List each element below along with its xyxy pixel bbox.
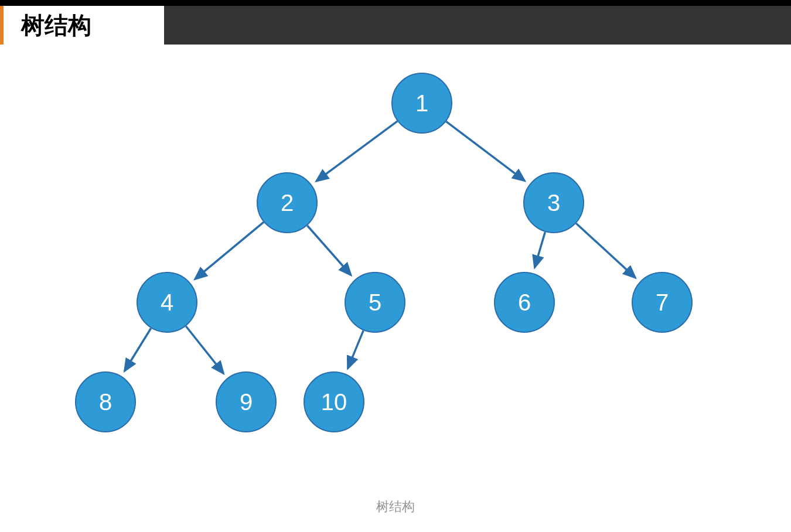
tree-edge [348,330,364,369]
tree-edge [534,232,545,268]
tree-node: 5 [345,272,405,333]
tree-node: 3 [523,172,584,233]
tree-node-label: 6 [518,289,531,316]
tree-node: 4 [137,272,197,333]
tree-edge [307,226,351,275]
tree-node-label: 4 [161,289,173,316]
tree-edge [316,121,397,181]
tree-node: 8 [75,371,136,432]
tree-node-label: 2 [281,190,294,216]
top-black-bar [0,0,791,6]
tree-edge [195,222,264,279]
tree-node-label: 7 [656,289,669,316]
tree-node-label: 5 [369,289,381,316]
title-tab: 树结构 [0,6,164,45]
tree-node-label: 9 [240,389,253,415]
tree-node: 7 [632,272,693,333]
diagram-caption: 树结构 [0,498,791,516]
tree-node: 1 [391,73,452,134]
tree-node: 2 [257,172,318,233]
tree-edge [186,326,223,374]
tree-node: 9 [216,371,277,432]
tree-edge [576,223,635,278]
tree-diagram: 12345678910 [0,45,791,490]
tree-edge [446,121,524,180]
tree-node-label: 3 [547,190,560,216]
tree-node-label: 1 [415,90,428,117]
header-bar: 树结构 [0,6,791,45]
tree-node: 10 [304,371,364,432]
tree-node-label: 8 [99,389,112,415]
tree-node-label: 10 [321,389,347,415]
page-title: 树结构 [21,9,91,42]
tree-node: 6 [494,272,555,333]
tree-edge [125,328,151,371]
